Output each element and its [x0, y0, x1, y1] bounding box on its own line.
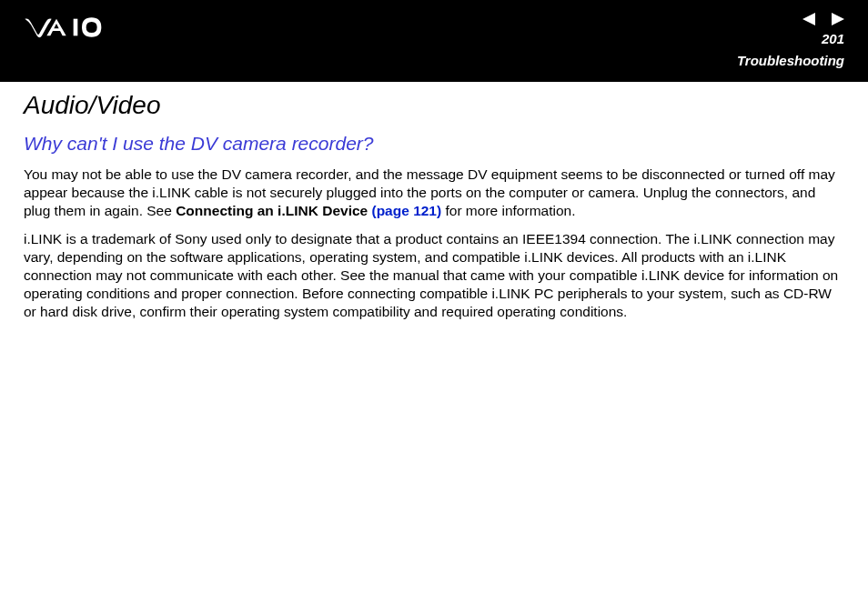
page-content: Audio/Video Why can't I use the DV camer…: [0, 82, 868, 321]
para1-bold: Connecting an i.LINK Device: [176, 203, 371, 218]
para1-link[interactable]: (page 121): [371, 203, 441, 218]
section-label: Troubleshooting: [737, 53, 844, 68]
para1-text-b: for more information.: [441, 203, 575, 218]
page-title: Audio/Video: [24, 91, 844, 120]
vaio-logo: [24, 16, 133, 42]
page-subtitle: Why can't I use the DV camera recorder?: [24, 133, 844, 155]
next-page-icon[interactable]: [832, 13, 844, 29]
svg-marker-2: [832, 13, 844, 25]
svg-marker-1: [802, 13, 815, 25]
paragraph-2: i.LINK is a trademark of Sony used only …: [24, 230, 844, 320]
paragraph-1: You may not be able to use the DV camera…: [24, 166, 844, 219]
page-number: 201: [822, 31, 844, 46]
page-header: 201 Troubleshooting: [0, 0, 868, 82]
prev-page-icon[interactable]: [802, 13, 815, 29]
nav-arrows: [802, 13, 844, 29]
svg-rect-0: [74, 19, 78, 36]
